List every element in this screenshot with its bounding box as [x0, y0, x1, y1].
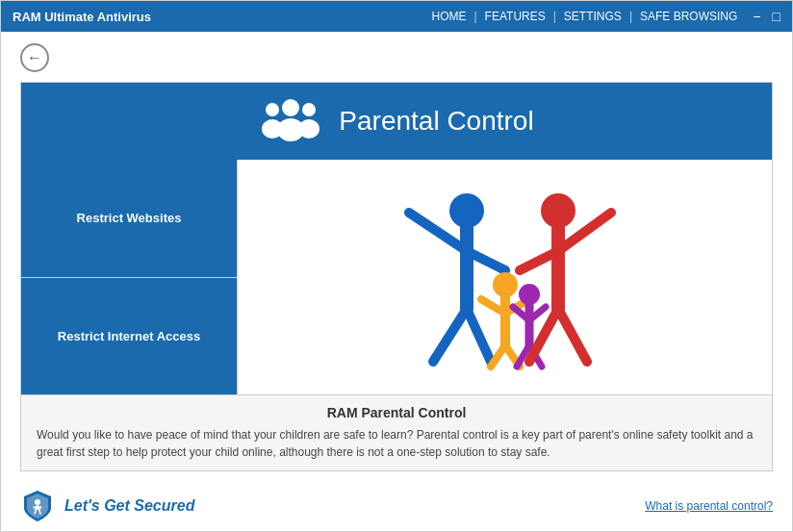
svg-point-0 — [266, 103, 279, 116]
content-area: ← Parental Control Restrict Website — [1, 32, 792, 532]
nav-safe-browsing[interactable]: SAFE BROWSING — [640, 10, 737, 23]
footer-tagline: Let's Get Secured — [64, 497, 194, 515]
nav-settings[interactable]: SETTINGS — [564, 10, 622, 23]
card-body: Restrict Websites Restrict Internet Acce… — [21, 160, 772, 394]
family-illustration — [380, 184, 630, 371]
nav-menu: HOME | FEATURES | SETTINGS | SAFE BROWSI… — [431, 10, 737, 23]
back-button[interactable]: ← — [20, 43, 49, 72]
svg-point-10 — [35, 499, 40, 505]
people-icon — [259, 98, 321, 144]
title-bar: RAM Ultimate Antivirus HOME | FEATURES |… — [1, 1, 792, 32]
shield-icon — [20, 489, 55, 523]
svg-point-4 — [302, 103, 316, 116]
window-controls: − □ — [753, 9, 780, 24]
maximize-button[interactable]: □ — [773, 9, 780, 24]
nav-features[interactable]: FEATURES — [485, 10, 546, 23]
bottom-description: Would you like to have peace of mind tha… — [37, 426, 756, 461]
card-title: Parental Control — [339, 106, 533, 137]
minimize-button[interactable]: − — [753, 9, 760, 24]
card-header: Parental Control — [21, 83, 772, 160]
svg-point-2 — [282, 99, 299, 116]
right-panel — [238, 160, 772, 394]
footer: Let's Get Secured What is parental contr… — [20, 481, 773, 532]
left-panel: Restrict Websites Restrict Internet Acce… — [21, 160, 238, 394]
restrict-internet-access-button[interactable]: Restrict Internet Access — [21, 278, 237, 395]
svg-point-5 — [298, 119, 320, 139]
app-title: RAM Ultimate Antivirus — [13, 10, 151, 24]
bottom-title: RAM Parental Control — [37, 405, 756, 420]
footer-left: Let's Get Secured — [20, 489, 194, 523]
nav-home[interactable]: HOME — [431, 10, 466, 23]
bottom-info: RAM Parental Control Would you like to h… — [21, 394, 772, 470]
main-card: Parental Control Restrict Websites Restr… — [20, 82, 773, 471]
restrict-websites-button[interactable]: Restrict Websites — [21, 160, 237, 278]
parental-control-link[interactable]: What is parental control? — [645, 499, 773, 513]
